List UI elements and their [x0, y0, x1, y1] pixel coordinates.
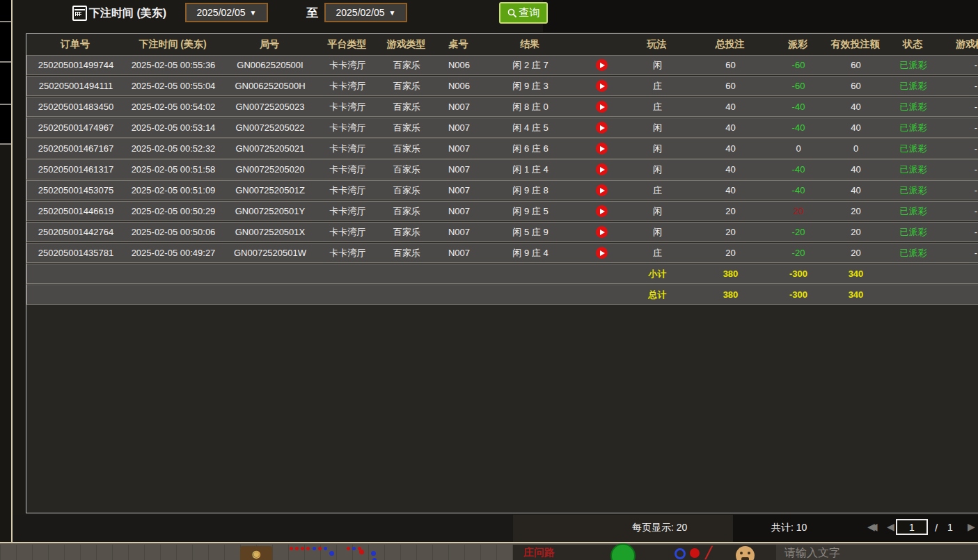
cell-game_mode: -	[941, 181, 978, 200]
cell-replay	[579, 243, 624, 262]
calendar-icon	[72, 6, 87, 21]
cell-result: 闲 9 庄 5	[482, 202, 579, 221]
cell-bet_time	[125, 264, 222, 283]
date-from-picker[interactable]: 2025/02/05 ▼	[185, 3, 268, 22]
column-header: 游戏模式	[940, 34, 978, 54]
replay-video-button[interactable]	[596, 143, 608, 154]
subtotal-row: 小计380-300340	[26, 264, 978, 284]
cell-platform: 卡卡湾厅	[318, 118, 377, 137]
cell-game_mode	[941, 264, 978, 283]
column-header: 玩法	[624, 34, 690, 54]
cell-valid_bet: 40	[826, 181, 885, 200]
cell-bet_time: 2025-02-05 00:49:27	[125, 243, 222, 262]
cell-total_bet: 60	[691, 77, 771, 95]
cell-game_mode: -	[941, 118, 978, 137]
cell-game_type: 百家乐	[377, 56, 436, 74]
cell-valid_bet: 40	[826, 160, 885, 179]
table-row: 2502050014530752025-02-05 00:51:09GN0072…	[26, 180, 978, 200]
cell-status: 已派彩	[885, 77, 941, 95]
replay-video-button[interactable]	[596, 122, 608, 134]
cell-play: 闲	[624, 223, 691, 241]
replay-video-button[interactable]	[596, 226, 608, 238]
cell-result	[482, 264, 579, 283]
background-right-panel: 庄问路 ╱ 6 8庄闲! 请输入文字	[513, 545, 978, 560]
cell-platform: 卡卡湾厅	[318, 223, 377, 241]
cell-game_mode: -	[941, 202, 978, 221]
cell-game_type: 百家乐	[377, 223, 436, 241]
cell-replay	[579, 56, 624, 74]
chevron-down-icon: ▼	[250, 9, 257, 17]
pagination-bar: 每页显示: 20 共计: 10 ◀◀ ◀ / 1 ▶	[13, 515, 978, 542]
cell-payout: -20	[771, 243, 826, 262]
cell-status: 已派彩	[885, 243, 941, 262]
cell-order_no: 250205001453075	[27, 181, 125, 200]
cell-order_no: 250205001442764	[27, 223, 125, 241]
total-pages: 1	[947, 522, 953, 533]
cell-order_no: 250205001499744	[27, 56, 125, 74]
cell-order_no: 250205001483450	[27, 97, 125, 116]
cell-table_no	[436, 285, 482, 304]
cell-payout: -60	[771, 77, 826, 95]
betting-history-screen: 下注时间 (美东) 2025/02/05 ▼ 至 2025/02/05 ▼ 查询…	[0, 0, 978, 560]
left-edge-segment	[0, 22, 11, 63]
cell-order_no: 250205001435781	[27, 243, 125, 262]
date-to-picker[interactable]: 2025/02/05 ▼	[324, 3, 407, 22]
cell-total_bet: 20	[691, 223, 771, 241]
road-dot	[359, 550, 364, 554]
cell-play: 闲	[624, 118, 691, 137]
page-number-input[interactable]	[896, 519, 928, 535]
total-count-label: 共计: 10	[771, 522, 807, 534]
table-row: 2502050014427642025-02-05 00:50:06GN0072…	[26, 222, 978, 242]
cell-payout: -40	[771, 181, 826, 200]
cell-status: 已派彩	[885, 202, 941, 221]
cell-table_no: N007	[436, 181, 482, 200]
cell-order_no: 250205001461317	[27, 160, 125, 179]
cell-order_no	[27, 264, 125, 283]
cell-game_type	[377, 264, 436, 283]
chevron-down-icon: ▼	[389, 9, 396, 17]
replay-video-button[interactable]	[596, 184, 608, 196]
replay-video-button[interactable]	[596, 247, 608, 259]
replay-video-button[interactable]	[596, 163, 608, 175]
cell-round_no: GN00725205021	[222, 139, 318, 158]
table-row: 2502050014671672025-02-05 00:52:32GN0072…	[26, 138, 978, 159]
chat-input[interactable]: 请输入文字	[776, 545, 978, 560]
left-edge-panel	[0, 0, 11, 542]
cell-game_mode	[941, 285, 978, 304]
cell-game_type	[377, 285, 436, 304]
table-row: 2502050014834502025-02-05 00:54:02GN0072…	[26, 97, 978, 117]
cell-round_no	[222, 264, 318, 283]
grand-total-row: 总计380-300340	[26, 285, 978, 305]
cell-table_no: N007	[436, 160, 482, 179]
cell-game_type: 百家乐	[377, 118, 436, 137]
cell-platform: 卡卡湾厅	[318, 56, 377, 74]
cell-status	[885, 285, 941, 304]
replay-video-button[interactable]	[596, 80, 608, 92]
roadmap-toggle-icon[interactable]: ◉	[240, 546, 272, 560]
cell-payout: -300	[771, 264, 826, 283]
cell-game_type: 百家乐	[377, 160, 436, 179]
cell-payout: -40	[771, 118, 826, 137]
cell-result: 闲 5 庄 9	[482, 223, 579, 241]
query-button[interactable]: 查询	[499, 2, 548, 24]
next-page-icon[interactable]: ▶	[968, 521, 975, 532]
cell-bet_time: 2025-02-05 00:54:02	[125, 97, 222, 116]
cell-status: 已派彩	[885, 139, 941, 158]
road-dot	[347, 547, 350, 550]
cell-payout: -40	[771, 160, 826, 179]
replay-video-button[interactable]	[596, 205, 608, 217]
first-page-icon[interactable]: ◀◀	[867, 521, 873, 532]
prev-page-icon[interactable]: ◀	[887, 521, 894, 532]
cell-bet_time: 2025-02-05 00:52:32	[125, 139, 222, 158]
replay-video-button[interactable]	[596, 101, 608, 113]
cell-total-label: 总计	[624, 285, 691, 304]
cell-status: 已派彩	[885, 118, 941, 137]
bet-history-table: 订单号下注时间 (美东)局号平台类型游戏类型桌号结果玩法总投注派彩有效投注额状态…	[26, 33, 978, 513]
cell-play: 闲	[624, 160, 691, 179]
panel-divider	[11, 0, 13, 542]
cell-replay	[579, 181, 624, 200]
emoji-icon[interactable]	[736, 546, 755, 560]
replay-video-button[interactable]	[596, 59, 608, 71]
table-row: 2502050014997442025-02-05 00:55:36GN0062…	[26, 55, 978, 75]
cell-blank	[579, 285, 624, 304]
